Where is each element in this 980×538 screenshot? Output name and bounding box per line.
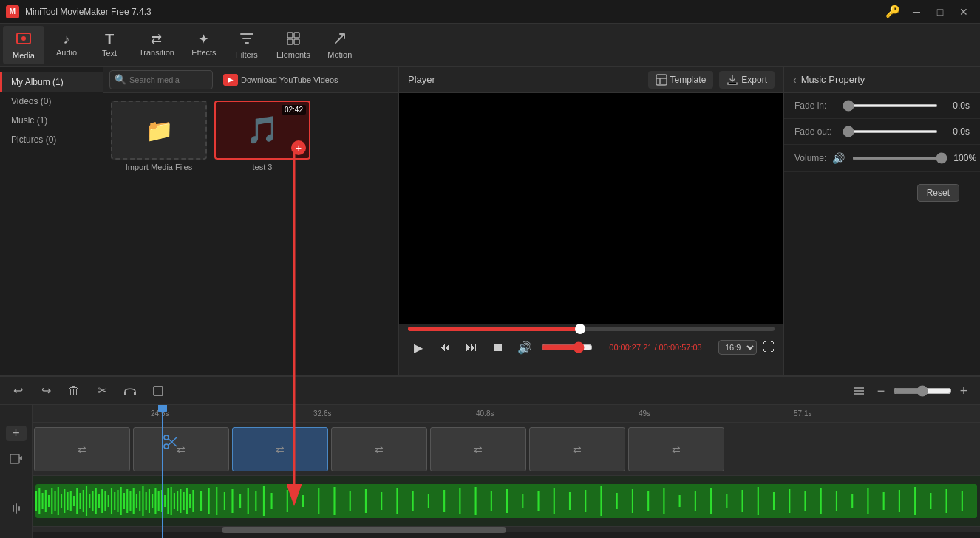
fade-in-slider[interactable] — [843, 104, 938, 107]
next-frame-button[interactable]: ⏭ — [461, 337, 482, 358]
minimize-button[interactable]: ─ — [906, 4, 927, 19]
redo-button[interactable]: ↪ — [35, 381, 56, 401]
maximize-button[interactable]: □ — [930, 4, 950, 19]
media-icon — [16, 30, 32, 49]
svg-rect-92 — [537, 491, 539, 511]
svg-rect-64 — [189, 494, 191, 508]
toolbar-motion[interactable]: Motion — [319, 26, 361, 64]
svg-rect-25 — [67, 492, 68, 510]
svg-rect-79 — [333, 487, 335, 515]
sidebar-item-videos[interactable]: Videos (0) — [0, 92, 103, 111]
svg-rect-4 — [287, 39, 293, 44]
close-button[interactable]: ✕ — [953, 4, 974, 19]
yt-download-button[interactable]: ▶ Download YouTube Videos — [219, 72, 343, 87]
key-button[interactable]: 🔑 — [882, 4, 903, 19]
filters-icon — [239, 31, 254, 48]
cut-button[interactable]: ✂ — [92, 381, 112, 401]
toolbar-filters[interactable]: Filters — [226, 26, 268, 64]
progress-thumb[interactable] — [575, 324, 585, 334]
video-clip-5[interactable]: ⇄ — [430, 427, 526, 471]
toolbar-text[interactable]: T Text — [89, 26, 130, 64]
svg-rect-113 — [867, 488, 868, 514]
playhead[interactable] — [162, 405, 163, 538]
audio-detach-button[interactable] — [120, 381, 140, 401]
collapse-panel-button[interactable]: ‹ — [793, 74, 797, 86]
toolbar-effects[interactable]: ✦ Effects — [183, 26, 225, 64]
main-area: My Album (1) Videos (0) Music (1) Pictur… — [0, 67, 980, 375]
svg-rect-39 — [111, 488, 112, 514]
import-thumb[interactable]: 📁 — [111, 101, 207, 160]
main-toolbar: Media ♪ Audio T Text ⇄ Transition ✦ Effe… — [0, 24, 980, 67]
svg-rect-66 — [200, 491, 202, 511]
sidebar-item-myalbum[interactable]: My Album (1) — [0, 72, 103, 92]
mute-button[interactable]: 🔊 — [514, 337, 535, 358]
add-to-timeline-button[interactable]: + — [291, 140, 306, 155]
add-track-button[interactable]: + — [6, 426, 27, 441]
zoom-slider[interactable] — [893, 385, 952, 397]
toolbar-audio[interactable]: ♪ Audio — [46, 26, 87, 64]
video-clip-2[interactable]: ⇄ — [133, 427, 229, 471]
video-clip-3[interactable]: ⇄ — [232, 427, 328, 471]
split-view-button[interactable] — [848, 381, 869, 401]
svg-rect-101 — [679, 495, 681, 507]
volume-prop-slider[interactable] — [852, 157, 947, 160]
motion-icon — [333, 31, 347, 48]
svg-rect-94 — [569, 492, 571, 510]
scissors-indicator — [162, 433, 180, 453]
video-clip-6[interactable]: ⇄ — [529, 427, 625, 471]
svg-rect-3 — [294, 33, 299, 38]
search-input[interactable] — [129, 75, 208, 84]
template-button[interactable]: Template — [648, 71, 714, 89]
reset-button[interactable]: Reset — [917, 184, 959, 202]
video-track-label[interactable] — [6, 452, 27, 466]
video-clip-7[interactable]: ⇄ — [628, 427, 724, 471]
play-button[interactable]: ▶ — [408, 337, 429, 358]
progress-bar[interactable] — [408, 327, 775, 331]
svg-rect-80 — [350, 491, 351, 511]
elements-icon — [286, 31, 301, 48]
delete-button[interactable]: 🗑 — [64, 381, 84, 401]
fade-out-slider[interactable] — [843, 130, 938, 133]
toolbar-elements[interactable]: Elements — [269, 26, 318, 64]
zoom-in-button[interactable]: + — [955, 382, 973, 400]
undo-button[interactable]: ↩ — [7, 381, 28, 401]
export-button[interactable]: Export — [719, 71, 775, 89]
svg-rect-16 — [38, 488, 40, 514]
timeline-toolbar: ↩ ↪ 🗑 ✂ − + — [0, 377, 980, 405]
video-clip-4[interactable]: ⇄ — [331, 427, 427, 471]
svg-rect-20 — [51, 488, 52, 514]
media-grid: 📁 Import Media Files 🎵 02:42 + test 3 — [103, 93, 398, 375]
stop-button[interactable]: ⏹ — [488, 337, 508, 358]
prev-frame-button[interactable]: ⏮ — [435, 337, 455, 358]
svg-rect-110 — [820, 488, 822, 514]
player-panel: Player Template Export ▶ ⏮ ⏭ — [399, 67, 784, 375]
svg-point-1 — [21, 36, 26, 41]
title-bar: M MiniTool MovieMaker Free 7.4.3 🔑 ─ □ ✕ — [0, 0, 980, 24]
svg-rect-99 — [647, 491, 649, 511]
fullscreen-button[interactable]: ⛶ — [763, 341, 775, 354]
svg-rect-95 — [585, 490, 586, 512]
svg-rect-31 — [86, 486, 87, 516]
svg-rect-49 — [142, 486, 143, 516]
music-thumb[interactable]: 🎵 02:42 + — [214, 101, 310, 160]
toolbar-transition[interactable]: ⇄ Transition — [132, 26, 182, 64]
crop-button[interactable] — [148, 381, 169, 401]
svg-rect-51 — [149, 489, 150, 513]
audio-waveform[interactable]: // This won't execute in SVG context, we… — [35, 484, 977, 518]
zoom-out-button[interactable]: − — [872, 382, 890, 400]
loop-icon-4: ⇄ — [375, 443, 384, 455]
video-clip-1[interactable]: ⇄ — [34, 427, 130, 471]
audio-track-label[interactable] — [6, 501, 27, 516]
player-header-right: Template Export — [648, 71, 775, 89]
svg-rect-84 — [412, 491, 414, 511]
svg-rect-70 — [231, 489, 233, 513]
timeline-ruler: 24.5s 32.6s 40.8s 49s 57.1s — [33, 405, 980, 423]
aspect-ratio-select[interactable]: 16:9 4:3 9:16 1:1 — [718, 340, 757, 355]
import-media-item: 📁 Import Media Files — [111, 101, 207, 368]
volume-slider[interactable] — [541, 341, 593, 353]
svg-rect-78 — [318, 488, 319, 514]
sidebar-item-music[interactable]: Music (1) — [0, 111, 103, 130]
svg-rect-38 — [108, 495, 109, 507]
sidebar-item-pictures[interactable]: Pictures (0) — [0, 130, 103, 149]
toolbar-media[interactable]: Media — [3, 26, 44, 64]
